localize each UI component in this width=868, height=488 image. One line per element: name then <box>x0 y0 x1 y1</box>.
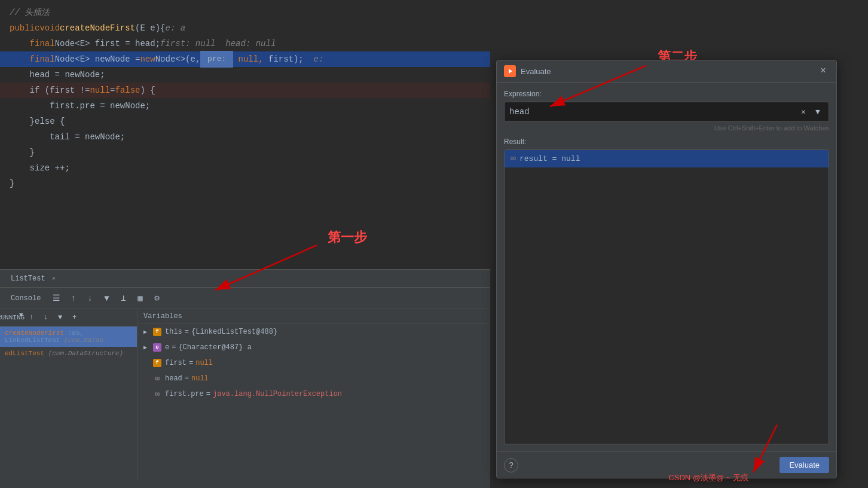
frame-panel: RUNNING ▼ ↑ ↓ ▼ + createNodeFirst :85, L… <box>0 309 137 488</box>
frame-down-btn[interactable]: ↓ <box>40 312 52 324</box>
expression-dropdown-btn[interactable]: ▼ <box>812 106 824 118</box>
dialog-close-btn[interactable]: × <box>817 65 829 77</box>
code-hint: e: a <box>165 20 185 36</box>
debug-content: RUNNING ▼ ↑ ↓ ▼ + createNodeFirst :85, L… <box>0 309 490 488</box>
code-text: tail = newNode; <box>10 129 125 145</box>
var-icon-e: e <box>153 343 161 352</box>
code-text: first.pre = newNode; <box>10 98 150 114</box>
code-text: <E> first = head; <box>75 36 160 51</box>
code-line-5-breakpoint: if (first != null = false ) { <box>0 83 490 98</box>
frame-class-2: (com.DataStructure) <box>48 350 123 357</box>
dialog-title-left: Evaluate <box>504 65 551 77</box>
dialog-titlebar: Evaluate × <box>497 60 836 83</box>
code-text <box>10 51 30 67</box>
var-name-this: this <box>165 328 182 336</box>
debug-panel: ListTest × Console ☰ ↑ ↓ ▼ ⊥ ▦ ⚙ RUNNING… <box>0 269 490 488</box>
frame-item-0[interactable]: createNodeFirst :85, LinkedListTest (com… <box>0 327 137 347</box>
expression-input[interactable] <box>509 107 797 117</box>
code-keyword: final <box>30 36 55 51</box>
var-value-this: {LinkedListTest@488} <box>191 328 277 336</box>
var-item-first-pre[interactable]: ▶ ∞ first.pre = java.lang.NullPointerExc… <box>137 386 490 402</box>
result-area: ∞ result = null <box>504 150 829 444</box>
code-comment-line: // 头插法 <box>0 5 490 20</box>
result-infinity-icon: ∞ <box>511 154 516 164</box>
code-editor: // 头插法 public void createNodeFirst (E e)… <box>0 0 490 269</box>
var-icon-this: f <box>153 328 161 336</box>
code-type: Node <box>55 36 75 51</box>
var-value-first: null <box>195 359 213 367</box>
code-line-2: final Node <E> first = head; first: null… <box>0 36 490 51</box>
code-line-1: public void createNodeFirst (E e){ e: a <box>0 20 490 36</box>
toolbar-up-btn[interactable]: ↑ <box>66 291 80 306</box>
frame-add-btn[interactable]: + <box>69 312 81 324</box>
code-text: (E e){ <box>135 20 165 36</box>
code-line-10: size ++; <box>0 160 490 176</box>
inline-debug-hint: pre: <box>200 51 233 68</box>
variables-header: Variables <box>137 309 490 324</box>
var-eq-first: = <box>189 359 193 367</box>
code-line-3-active: final Node < E > newNode = new Node<>(e,… <box>0 51 490 67</box>
code-null: null <box>90 83 110 98</box>
code-line-7: }else { <box>0 114 490 129</box>
code-line-6: first.pre = newNode; <box>0 98 490 114</box>
result-row: ∞ result = null <box>505 150 829 167</box>
toolbar-menu-btn[interactable]: ☰ <box>49 291 63 306</box>
evaluate-button[interactable]: Evaluate <box>780 457 829 473</box>
frame-header: RUNNING ▼ ↑ ↓ ▼ + <box>0 309 137 327</box>
var-item-head[interactable]: ▶ ∞ head = null <box>137 371 490 386</box>
var-value-head: null <box>191 374 209 383</box>
toolbar-table-btn[interactable]: ▦ <box>133 291 147 306</box>
frame-dropdown[interactable]: ▼ <box>19 312 23 324</box>
code-text: first); <box>268 51 314 67</box>
variables-panel: Variables ▶ f this = {LinkedListTest@488… <box>137 309 490 488</box>
code-line-9: } <box>0 145 490 160</box>
code-text: }else { <box>10 114 65 129</box>
toolbar-filter-btn[interactable]: ▼ <box>99 291 114 306</box>
code-type: Node <box>55 51 75 67</box>
code-text: ) { <box>140 83 155 98</box>
var-icon-firstpre: ∞ <box>153 390 161 398</box>
var-item-first[interactable]: ▶ f first = null <box>137 355 490 371</box>
var-eq-head: = <box>185 374 189 383</box>
frame-controls: RUNNING ▼ ↑ ↓ ▼ + <box>5 312 81 324</box>
code-text: < <box>75 51 80 67</box>
var-name-first: first <box>165 359 187 367</box>
help-button[interactable]: ? <box>504 458 518 472</box>
var-item-e[interactable]: ▶ e e = {Character@487} a <box>137 340 490 355</box>
var-value-firstpre: java.lang.NullPointerException <box>213 390 342 398</box>
code-line-11: } <box>0 176 490 191</box>
code-text: } <box>10 145 35 160</box>
watches-hint: Use Ctrl+Shift+Enter to add to Watches <box>504 124 829 132</box>
var-icon-first: f <box>153 359 161 367</box>
toolbar-settings-btn[interactable]: ⚙ <box>149 291 164 306</box>
console-label: Console <box>5 292 47 305</box>
comment-text: // 头插法 <box>10 5 50 20</box>
var-name-firstpre: first.pre <box>165 390 204 398</box>
expression-clear-btn[interactable]: ✕ <box>797 106 809 118</box>
expression-input-wrapper: ✕ ▼ <box>504 102 829 122</box>
var-eq-e: = <box>172 343 176 352</box>
frame-up-btn[interactable]: ↑ <box>26 312 38 324</box>
expression-actions: ✕ ▼ <box>797 106 824 118</box>
tab-name: ListTest <box>11 274 45 283</box>
frame-class: (com.DataS <box>64 337 103 344</box>
result-label: Result: <box>504 138 829 146</box>
frame-running-label: RUNNING <box>5 312 17 324</box>
frame-item-1[interactable]: edListTest (com.DataStructure) <box>0 347 137 360</box>
code-bool: false <box>115 83 140 98</box>
dialog-body: Expression: ✕ ▼ Use Ctrl+Shift+Enter to … <box>497 83 836 452</box>
frame-method-name: createNodeFirst <box>5 330 64 337</box>
var-item-this[interactable]: ▶ f this = {LinkedListTest@488} <box>137 324 490 340</box>
expand-arrow-e: ▶ <box>143 344 151 351</box>
toolbar-down-btn[interactable]: ↓ <box>82 291 97 306</box>
tab-listtest[interactable]: ListTest × <box>5 272 62 285</box>
frame-scrollbar[interactable] <box>0 481 137 488</box>
code-type: E <box>80 51 85 67</box>
code-text: size ++; <box>10 160 70 176</box>
var-eq-this: = <box>185 328 189 336</box>
tab-close[interactable]: × <box>52 276 56 282</box>
toolbar-cross-btn[interactable]: ⊥ <box>116 291 130 306</box>
expand-arrow-head: ▶ <box>143 375 151 382</box>
var-value-e: {Character@487} a <box>178 343 251 352</box>
frame-filter-btn[interactable]: ▼ <box>54 312 66 324</box>
